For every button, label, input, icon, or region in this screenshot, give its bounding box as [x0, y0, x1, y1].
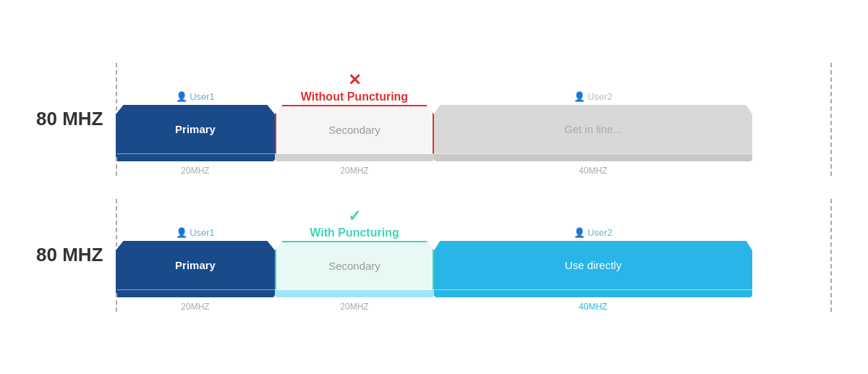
- mhz-label-1: 80 MHZ: [36, 108, 116, 130]
- primary-block-1: Primary: [116, 105, 275, 154]
- freq3-2: 40MHZ: [434, 302, 752, 312]
- user2-label-2: 👤 User2: [574, 227, 613, 238]
- puncture-symbol: ✓: [310, 207, 399, 226]
- channels-wrapper-2: 👤 User1 ✓ With Puncturing 👤 User2: [116, 199, 832, 312]
- bottom-cyan-2: [434, 290, 752, 297]
- user1-icon-2: 👤: [176, 227, 187, 238]
- row-without-puncturing: 80 MHZ 👤 User1 ✕ Without Puncturing: [36, 63, 832, 176]
- bottom-bar-1: [116, 154, 832, 161]
- freq2-2: 20MHZ: [275, 302, 434, 312]
- usedirectly-block-2: Use directly: [434, 241, 752, 290]
- primary-block-2: Primary: [116, 241, 275, 290]
- user2-icon-2: 👤: [574, 227, 585, 238]
- user1-label-2: 👤 User1: [176, 227, 215, 238]
- freq-labels-2: 20MHZ 20MHZ 40MHZ: [116, 297, 832, 312]
- no-puncture-symbol: ✕: [301, 71, 408, 90]
- no-puncture-title: Without Puncturing: [301, 90, 408, 103]
- secondary-block-2: Secondary: [275, 241, 434, 290]
- bottom-bar-2: [116, 290, 832, 297]
- bottom-primary-2: [116, 290, 275, 297]
- blocks-row-2: Primary Secondary Use directly: [116, 241, 832, 290]
- freq1-2: 20MHZ: [116, 302, 275, 312]
- freq-labels-1: 20MHZ 20MHZ 40MHZ: [116, 161, 832, 176]
- user2-icon-1: 👤: [574, 91, 585, 102]
- row-with-puncturing: 80 MHZ 👤 User1 ✓ With Puncturing: [36, 199, 832, 312]
- diagram-container: 80 MHZ 👤 User1 ✕ Without Puncturing: [36, 63, 832, 312]
- user1-label-1: 👤 User1: [176, 91, 215, 102]
- blocks-row-1: Primary Secondary Get in line...: [116, 105, 832, 154]
- mhz-label-2: 80 MHZ: [36, 244, 116, 266]
- user1-icon-1: 👤: [176, 91, 187, 102]
- secondary-block-1: Secondary: [275, 105, 434, 154]
- freq1-1: 20MHZ: [116, 166, 275, 176]
- channels-wrapper-1: 👤 User1 ✕ Without Puncturing 👤 User2: [116, 63, 832, 176]
- bottom-gray-1: [434, 154, 752, 161]
- freq2-1: 20MHZ: [275, 166, 434, 176]
- freq3-1: 40MHZ: [434, 166, 752, 176]
- bottom-primary-1: [116, 154, 275, 161]
- bottom-secondary-1: [275, 154, 434, 161]
- getinline-block-1: Get in line...: [434, 105, 752, 154]
- user2-label-1: 👤 User2: [574, 91, 613, 102]
- puncture-title: With Puncturing: [310, 226, 399, 239]
- bottom-secondary-2: [275, 290, 434, 297]
